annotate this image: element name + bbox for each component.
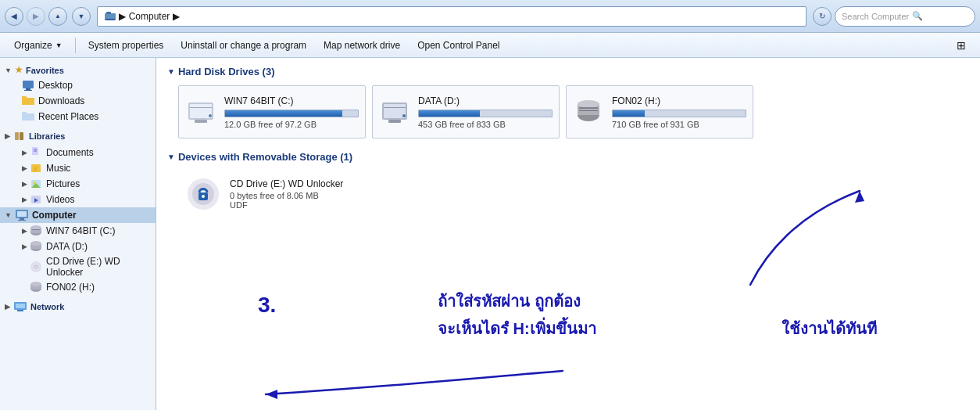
- organize-button[interactable]: Organize ▼: [6, 38, 70, 52]
- cd-drive-icon: [184, 175, 222, 213]
- computer-section[interactable]: ▼ Computer: [0, 207, 156, 223]
- drive-d-free: 453 GB free of 833 GB: [418, 120, 553, 129]
- win7c-drive-icon: [30, 225, 42, 237]
- up-button[interactable]: ▲: [48, 7, 67, 26]
- uninstall-button[interactable]: Uninstall or change a program: [173, 38, 314, 52]
- sidebar-item-music[interactable]: ▶ ♪ Music: [0, 160, 156, 176]
- organize-dropdown-icon: ▼: [55, 41, 63, 49]
- svg-point-60: [202, 195, 205, 198]
- computer-arrow-icon: ▼: [5, 211, 12, 219]
- system-properties-button[interactable]: System properties: [80, 38, 172, 52]
- drive-c-info: WIN7 64BIT (C:) 12.0 GB free of 97.2 GB: [224, 95, 359, 129]
- main-layout: ▼ ★ Favorites Desktop Downloads Recent P…: [0, 58, 980, 410]
- sidebar-item-recent-places[interactable]: Recent Places: [0, 109, 156, 124]
- refresh-button[interactable]: ↻: [813, 7, 832, 26]
- desktop-icon: [22, 79, 34, 92]
- sidebar-item-videos[interactable]: ▶ Videos: [0, 192, 156, 207]
- svg-rect-43: [190, 107, 212, 108]
- svg-rect-42: [190, 104, 212, 118]
- removable-storage-title: ▼ Devices with Removable Storage (1): [167, 151, 969, 163]
- fon02h-drive-icon: [30, 281, 42, 293]
- favorites-arrow-icon: ▼: [5, 67, 12, 74]
- favorites-section[interactable]: ▼ ★ Favorites: [0, 63, 156, 77]
- toolbar-separator: [75, 38, 76, 53]
- drive-h-fill: [613, 110, 645, 117]
- cd-drive-info: CD Drive (E:) WD Unlocker 0 bytes free o…: [230, 178, 343, 210]
- sidebar-item-desktop[interactable]: Desktop: [0, 77, 156, 93]
- drive-d-bar: [418, 110, 553, 117]
- svg-point-44: [209, 114, 212, 117]
- network-section[interactable]: ▶ Network: [0, 298, 156, 315]
- sidebar-item-cddrive[interactable]: ▶ CD Drive (E:) WD Unlocker: [0, 254, 156, 279]
- videos-icon: [30, 193, 42, 206]
- svg-point-37: [30, 282, 41, 286]
- svg-rect-47: [384, 104, 406, 118]
- breadcrumb-label: ▶ Computer ▶: [119, 11, 179, 22]
- drive-h-icon: [573, 96, 604, 128]
- computer-icon: [15, 209, 29, 221]
- breadcrumb-icon: [104, 10, 116, 23]
- svg-rect-8: [15, 132, 19, 140]
- sidebar-item-win7c[interactable]: ▶ WIN7 64BIT (C:): [0, 223, 156, 239]
- hard-disk-drives-title: ▼ Hard Disk Drives (3): [167, 66, 969, 77]
- annotation-line1: ถ้าใส่รหัสผ่าน ถูกต้อง: [438, 289, 581, 314]
- drive-d-item[interactable]: DATA (D:) 453 GB free of 833 GB: [372, 85, 560, 138]
- view-options-button[interactable]: ⊞: [949, 38, 974, 53]
- svg-point-53: [578, 100, 599, 108]
- step3-label: 3.: [258, 293, 276, 318]
- pictures-icon: [30, 178, 42, 190]
- videos-expand-icon: ▶: [22, 196, 27, 203]
- sidebar-item-fon02h[interactable]: ▶ FON02 (H:): [0, 279, 156, 295]
- drive-d-icon: [379, 96, 410, 128]
- search-box[interactable]: Search Computer 🔍: [835, 6, 975, 27]
- drive-h-bar: [612, 110, 746, 117]
- svg-rect-45: [195, 120, 207, 123]
- libraries-section[interactable]: ▶ Libraries: [0, 128, 156, 145]
- svg-rect-4: [26, 88, 30, 90]
- drive-c-item[interactable]: WIN7 64BIT (C:) 12.0 GB free of 97.2 GB: [178, 85, 366, 138]
- search-placeholder: Search Computer: [842, 12, 909, 21]
- svg-rect-54: [579, 107, 598, 109]
- recent-places-icon: [22, 110, 34, 123]
- svg-rect-50: [388, 120, 401, 123]
- svg-rect-48: [384, 107, 406, 108]
- forward-button[interactable]: ▶: [27, 7, 45, 26]
- dropdown-button[interactable]: ▼: [72, 7, 91, 26]
- cd-drive-format: UDF: [230, 200, 343, 210]
- open-control-panel-button[interactable]: Open Control Panel: [410, 38, 507, 52]
- drive-c-name: WIN7 64BIT (C:): [224, 95, 359, 106]
- svg-rect-55: [579, 110, 598, 111]
- svg-marker-61: [266, 390, 277, 399]
- downloads-folder-icon: [22, 95, 34, 107]
- libraries-arrow-icon: ▶: [5, 132, 10, 140]
- drive-c-fill: [225, 110, 342, 117]
- svg-rect-39: [16, 304, 25, 308]
- back-button[interactable]: ◀: [5, 7, 23, 26]
- annotation-line3: ใช้งานได้ทันที: [781, 316, 877, 341]
- datad-expand-icon: ▶: [22, 243, 27, 250]
- drive-h-name: FON02 (H:): [612, 95, 746, 106]
- drive-d-info: DATA (D:) 453 GB free of 833 GB: [418, 95, 553, 129]
- svg-rect-23: [20, 218, 24, 220]
- sidebar-item-datad[interactable]: ▶ DATA (D:): [0, 239, 156, 254]
- cd-drive-item[interactable]: CD Drive (E:) WD Unlocker 0 bytes free o…: [178, 171, 969, 218]
- sidebar-item-pictures[interactable]: ▶ Pictures: [0, 176, 156, 192]
- drive-h-item[interactable]: FON02 (H:) 710 GB free of 931 GB: [566, 85, 753, 138]
- sidebar-item-documents[interactable]: ▶ Documents: [0, 145, 156, 160]
- annotation-line2: จะเห็นไดรํ H:เพิ่มขึ้นมา: [438, 316, 596, 341]
- search-icon: 🔍: [912, 11, 923, 21]
- removable-section-arrow: ▼: [167, 153, 175, 161]
- svg-point-49: [402, 114, 406, 117]
- win7c-expand-icon: ▶: [22, 227, 27, 235]
- cd-drive-name: CD Drive (E:) WD Unlocker: [230, 178, 343, 189]
- drive-c-free: 12.0 GB free of 97.2 GB: [224, 120, 359, 129]
- map-network-drive-button[interactable]: Map network drive: [316, 38, 408, 52]
- breadcrumb[interactable]: ▶ Computer ▶: [97, 6, 807, 27]
- documents-icon: [30, 146, 42, 159]
- address-bar: ◀ ▶ ▲ ▼ ▶ Computer ▶ ↻ Search Computer 🔍: [0, 0, 980, 33]
- sidebar-item-downloads[interactable]: Downloads: [0, 93, 156, 109]
- drive-c-icon: [185, 96, 216, 128]
- network-icon: [13, 300, 27, 313]
- toolbar-right-area: ⊞: [949, 38, 974, 53]
- svg-rect-1: [106, 12, 111, 14]
